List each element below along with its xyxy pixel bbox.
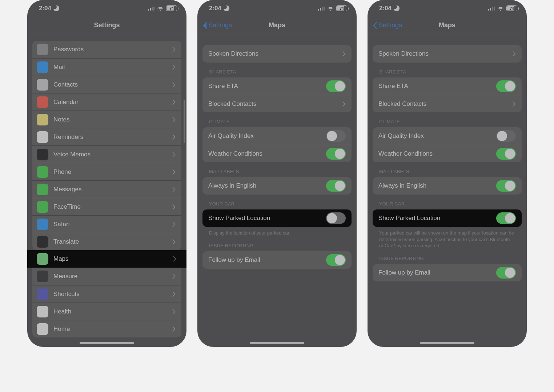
section-header-your-car: YOUR CAR (368, 195, 527, 209)
settings-row-reminders[interactable]: Reminders (32, 128, 181, 145)
spoken-directions-row[interactable]: Spoken Directions (202, 45, 352, 63)
always-english-row[interactable]: Always in English (202, 177, 352, 195)
toggle-switch[interactable] (326, 180, 346, 192)
cellular-bars-icon (148, 6, 154, 11)
spoken-directions-group: Spoken Directions (202, 45, 352, 63)
settings-row-label: Measure (53, 273, 167, 280)
your-car-group: Show Parked Location (202, 209, 352, 227)
screenshot-maps-settings-off: 2:04 74 Settings Maps Spoken Directions … (197, 0, 357, 347)
messages-icon (37, 184, 48, 195)
status-time: 2:04 (39, 5, 51, 12)
cell-label: Share ETA (208, 83, 321, 90)
parked-location-footer: Your parked car will be shown on the map… (368, 227, 527, 249)
toggle-switch[interactable] (326, 212, 346, 224)
settings-row-label: Phone (53, 168, 167, 176)
back-button[interactable]: Settings (202, 21, 232, 29)
settings-row-label: Health (53, 308, 167, 315)
cell-label: Share ETA (378, 83, 491, 90)
toggle-switch[interactable] (496, 267, 516, 279)
spoken-directions-row[interactable]: Spoken Directions (373, 45, 522, 63)
toggle-switch[interactable] (496, 130, 516, 142)
calendar-icon (37, 96, 48, 108)
home-icon (37, 323, 48, 335)
back-label: Settings (208, 21, 232, 29)
home-indicator[interactable] (80, 342, 134, 344)
settings-row-label: Notes (53, 116, 167, 123)
show-parked-location-row[interactable]: Show Parked Location (373, 209, 522, 227)
settings-row-maps[interactable]: Maps (27, 250, 186, 268)
cell-label: Air Quality Index (378, 132, 491, 140)
nav-bar: Settings (27, 17, 186, 34)
wifi-icon (327, 6, 334, 11)
toggle-switch[interactable] (326, 80, 346, 92)
toggle-switch[interactable] (326, 254, 346, 266)
share-eta-row[interactable]: Share ETA (373, 77, 522, 95)
settings-row-voice memos[interactable]: Voice Memos (32, 145, 181, 163)
settings-row-translate[interactable]: Translate (32, 233, 181, 250)
settings-row-health[interactable]: Health (32, 303, 181, 320)
settings-row-mail[interactable]: Mail (32, 58, 181, 76)
notes-icon (37, 114, 48, 125)
toggle-switch[interactable] (326, 148, 346, 160)
follow-up-email-row[interactable]: Follow up by Email (373, 264, 522, 281)
cell-label: Weather Conditions (378, 150, 491, 157)
map-labels-group: Always in English (202, 177, 352, 195)
toggle-switch[interactable] (496, 180, 516, 192)
settings-row-label: Messages (53, 186, 167, 193)
settings-row-measure[interactable]: Measure (32, 268, 181, 285)
toggle-switch[interactable] (496, 212, 516, 224)
settings-row-contacts[interactable]: Contacts (32, 76, 181, 93)
shortcuts-icon (37, 288, 48, 300)
settings-row-label: Voice Memos (53, 151, 167, 158)
settings-row-facetime[interactable]: FaceTime (32, 198, 181, 215)
settings-row-label: Maps (53, 255, 168, 263)
cell-label: Follow up by Email (208, 256, 321, 264)
toggle-switch[interactable] (496, 148, 516, 160)
voicememo-icon (37, 149, 48, 160)
weather-row[interactable]: Weather Conditions (202, 145, 352, 162)
settings-row-calendar[interactable]: Calendar (32, 93, 181, 111)
cell-label: Weather Conditions (208, 150, 321, 157)
blocked-contacts-row[interactable]: Blocked Contacts (373, 95, 522, 112)
battery-icon: 74 (506, 5, 519, 11)
always-english-row[interactable]: Always in English (373, 177, 522, 195)
issue-reporting-group: Follow up by Email (373, 264, 522, 281)
weather-row[interactable]: Weather Conditions (373, 145, 522, 162)
cell-label: Spoken Directions (378, 50, 507, 57)
settings-group: Passwords Mail Contacts Calendar Notes R… (32, 41, 181, 250)
home-indicator[interactable] (250, 342, 304, 344)
section-header-climate: CLIMATE (368, 112, 527, 127)
settings-row-home[interactable]: Home (32, 320, 181, 337)
blocked-contacts-row[interactable]: Blocked Contacts (202, 95, 352, 112)
toggle-switch[interactable] (326, 130, 346, 142)
air-quality-row[interactable]: Air Quality Index (202, 127, 352, 145)
share-eta-group: Share ETA Blocked Contacts (202, 77, 352, 112)
screenshot-settings-list: 2:04 74 Settings Passwords Mail Contacts (27, 0, 186, 347)
settings-row-passwords[interactable]: Passwords (32, 41, 181, 58)
climate-group: Air Quality Index Weather Conditions (202, 127, 352, 162)
toggle-switch[interactable] (496, 80, 516, 92)
maps-icon (37, 253, 48, 265)
home-indicator[interactable] (420, 342, 474, 344)
mail-icon (37, 61, 48, 73)
cell-label: Always in English (378, 182, 491, 189)
settings-row-shortcuts[interactable]: Shortcuts (32, 285, 181, 303)
phone-icon (37, 166, 48, 178)
dnd-moon-icon (394, 5, 400, 11)
section-header-your-car: YOUR CAR (197, 195, 357, 209)
show-parked-location-row[interactable]: Show Parked Location (202, 209, 352, 227)
follow-up-email-row[interactable]: Follow up by Email (202, 251, 352, 269)
page-title: Maps (269, 21, 285, 29)
back-button[interactable]: Settings (373, 21, 402, 29)
air-quality-row[interactable]: Air Quality Index (373, 127, 522, 145)
back-label: Settings (378, 21, 402, 29)
settings-row-notes[interactable]: Notes (32, 111, 181, 128)
contacts-icon (37, 79, 48, 91)
settings-row-safari[interactable]: Safari (32, 215, 181, 233)
share-eta-row[interactable]: Share ETA (202, 77, 352, 95)
scroll-indicator[interactable] (184, 100, 185, 143)
chevron-left-icon (202, 22, 208, 29)
settings-row-phone[interactable]: Phone (32, 163, 181, 180)
settings-row-label: Mail (53, 64, 167, 71)
settings-row-messages[interactable]: Messages (32, 180, 181, 198)
